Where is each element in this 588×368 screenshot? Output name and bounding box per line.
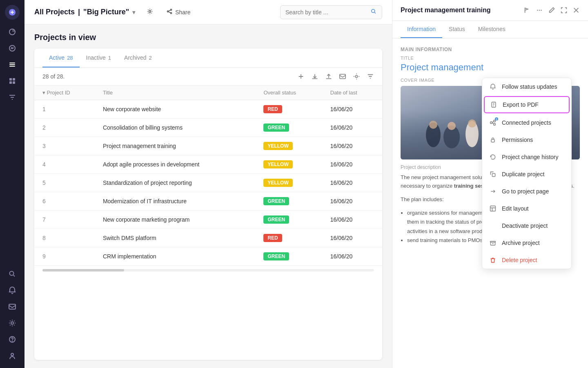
table-row[interactable]: 3 Project management training YELLOW 16/…: [34, 137, 382, 155]
share-button[interactable]: Share: [163, 7, 194, 18]
table-row[interactable]: 9 CRM implementation GREEN 16/06/20: [34, 247, 382, 266]
pdf-icon: [490, 101, 498, 109]
dropdown-item-deactivate[interactable]: Deactivate project: [482, 217, 571, 234]
tab-active-label: Active: [49, 54, 65, 61]
add-button[interactable]: [297, 73, 305, 80]
table-row[interactable]: 1 New corporate website RED 16/06/20: [34, 100, 382, 119]
svg-point-15: [149, 11, 151, 13]
svg-rect-6: [13, 78, 15, 81]
sidebar-icon-filter[interactable]: [5, 90, 20, 105]
cell-id: 2: [34, 119, 96, 137]
message-button[interactable]: [339, 73, 346, 80]
cell-date: 16/06/20: [324, 137, 382, 155]
dropdown-item-follow[interactable]: Follow status updates: [482, 78, 571, 95]
app-logo[interactable]: [5, 5, 20, 20]
dropdown-item-change-history-label: Project change history: [502, 154, 559, 160]
search-icon[interactable]: [370, 8, 377, 16]
settings-button[interactable]: [143, 7, 156, 18]
dropdown-item-connected-label: Connected projects: [502, 119, 551, 126]
dropdown-item-permissions[interactable]: Permissions: [482, 131, 571, 148]
panel-edit-button[interactable]: [548, 7, 555, 14]
cell-id: 9: [34, 247, 96, 266]
layout-icon: [489, 204, 497, 213]
panel-flag-button[interactable]: [523, 7, 531, 14]
column-settings-button[interactable]: [353, 73, 360, 80]
sidebar-icon-bell[interactable]: [5, 283, 20, 298]
table-row[interactable]: 6 Modernization of IT infrastructure GRE…: [34, 192, 382, 211]
status-badge: GREEN: [263, 252, 289, 260]
sidebar-icon-help[interactable]: [5, 332, 20, 347]
sidebar-icon-chart-line[interactable]: [5, 41, 20, 56]
svg-point-13: [12, 341, 13, 341]
dropdown-item-duplicate[interactable]: Duplicate project: [482, 166, 571, 183]
download-button[interactable]: [311, 73, 318, 80]
svg-point-24: [541, 10, 542, 11]
topbar-actions: Share: [143, 7, 194, 18]
dropdown-item-duplicate-label: Duplicate project: [502, 171, 544, 177]
panel-tab-milestones-label: Milestones: [478, 26, 506, 32]
dropdown-item-change-history[interactable]: Project change history: [482, 148, 571, 166]
table-row[interactable]: 4 Adopt agile processes in development Y…: [34, 155, 382, 174]
history-icon: [489, 153, 497, 161]
table-row[interactable]: 8 Switch DMS platform RED 16/06/20: [34, 229, 382, 247]
cell-status: YELLOW: [257, 137, 323, 155]
sidebar-icon-grid[interactable]: [5, 74, 20, 88]
panel-tab-information[interactable]: Information: [401, 21, 442, 38]
panel-expand-button[interactable]: [560, 7, 568, 14]
cell-status: GREEN: [257, 119, 323, 137]
col-status[interactable]: Overall status: [257, 85, 323, 100]
svg-rect-38: [490, 241, 496, 242]
svg-point-16: [171, 9, 172, 10]
sidebar-icon-search[interactable]: [5, 267, 20, 281]
dropdown-menu: Follow status updates Export to PDF 1 Co…: [482, 78, 572, 269]
search-input[interactable]: [285, 9, 367, 16]
svg-rect-4: [9, 66, 15, 67]
col-date[interactable]: Date of last: [324, 85, 382, 100]
table-toolbar: 28 of 28.: [34, 68, 382, 85]
sidebar-icon-message[interactable]: [5, 299, 20, 314]
dropdown-item-delete-label: Delete project: [502, 257, 537, 263]
panel-field-title-label: TITLE: [401, 56, 580, 61]
dropdown-item-delete[interactable]: Delete project: [482, 251, 571, 269]
tab-inactive-count: 1: [108, 55, 111, 61]
sidebar-icon-user[interactable]: [5, 348, 20, 363]
col-title[interactable]: Title: [96, 85, 257, 100]
svg-rect-20: [340, 74, 345, 79]
horizontal-scrollbar[interactable]: [42, 269, 374, 272]
upload-button[interactable]: [325, 73, 332, 80]
tab-active-count: 28: [67, 55, 73, 61]
panel-tab-milestones[interactable]: Milestones: [472, 21, 512, 38]
cell-title: Modernization of IT infrastructure: [96, 192, 257, 211]
filter-button[interactable]: [367, 73, 374, 80]
sidebar-icon-settings[interactable]: [5, 316, 20, 330]
svg-point-28: [448, 122, 456, 130]
sidebar-icon-list[interactable]: [5, 57, 20, 72]
cell-status: GREEN: [257, 247, 323, 266]
dropdown-item-go-to-page[interactable]: Go to project page: [482, 183, 571, 200]
cell-status: GREEN: [257, 211, 323, 229]
svg-rect-10: [9, 304, 16, 309]
tab-active[interactable]: Active 28: [42, 49, 80, 67]
svg-point-22: [537, 10, 538, 11]
table-row[interactable]: 7 New corporate marketing program GREEN …: [34, 211, 382, 229]
tab-inactive[interactable]: Inactive 1: [80, 49, 118, 67]
table-row[interactable]: 5 Standardization of project reporting Y…: [34, 174, 382, 192]
panel-tab-status[interactable]: Status: [442, 21, 472, 38]
dropdown-item-export-pdf[interactable]: Export to PDF: [484, 96, 570, 113]
sidebar-icon-chart-circle[interactable]: [5, 25, 20, 39]
chevron-down-icon[interactable]: ▾: [132, 9, 135, 16]
panel-close-button[interactable]: [572, 7, 580, 14]
svg-rect-35: [491, 139, 494, 142]
col-project-id[interactable]: ▾ Project ID: [34, 85, 96, 100]
dropdown-item-connected[interactable]: 1 Connected projects: [482, 114, 571, 131]
panel-more-button[interactable]: [536, 7, 543, 14]
tab-archived[interactable]: Archived 2: [118, 49, 158, 67]
cell-status: GREEN: [257, 192, 323, 211]
panel-tab-information-label: Information: [407, 26, 436, 32]
dropdown-item-edit-layout[interactable]: Edit layout: [482, 200, 571, 217]
table-row[interactable]: 2 Consolidation of billing systems GREEN…: [34, 119, 382, 137]
dropdown-item-archive[interactable]: Archive project: [482, 234, 571, 251]
tab-archived-count: 2: [149, 55, 152, 61]
svg-rect-36: [492, 173, 495, 176]
svg-rect-3: [9, 64, 15, 65]
